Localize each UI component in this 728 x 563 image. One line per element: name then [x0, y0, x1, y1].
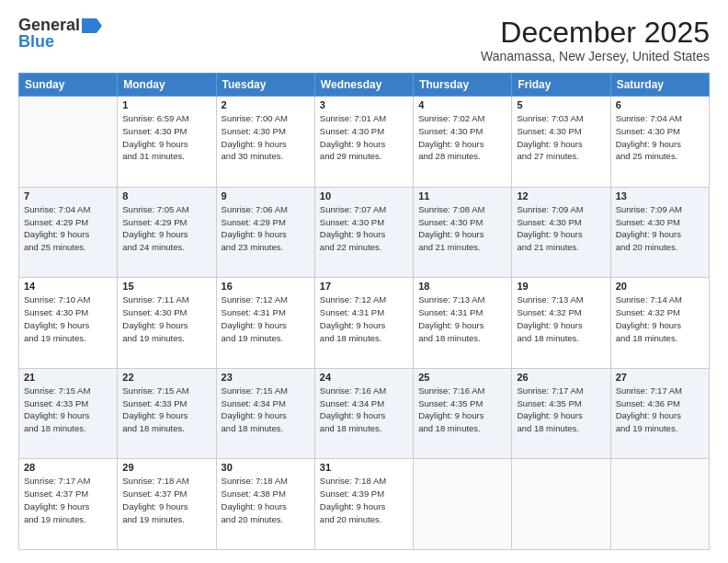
calendar-cell: 2Sunrise: 7:00 AMSunset: 4:30 PMDaylight… [216, 97, 314, 188]
day-number: 23 [222, 372, 310, 383]
day-number: 28 [24, 462, 112, 473]
calendar-cell: 26Sunrise: 7:17 AMSunset: 4:35 PMDayligh… [512, 368, 610, 459]
day-number: 26 [517, 372, 605, 383]
calendar-cell: 5Sunrise: 7:03 AMSunset: 4:30 PMDaylight… [512, 97, 610, 188]
day-number: 4 [418, 99, 506, 110]
day-number: 16 [222, 281, 310, 292]
day-info: Sunrise: 7:00 AMSunset: 4:30 PMDaylight:… [222, 112, 310, 163]
calendar-cell: 17Sunrise: 7:12 AMSunset: 4:31 PMDayligh… [314, 278, 413, 369]
logo-blue-text: Blue [18, 33, 54, 50]
calendar-cell: 30Sunrise: 7:18 AMSunset: 4:38 PMDayligh… [216, 459, 314, 550]
calendar-cell: 21Sunrise: 7:15 AMSunset: 4:33 PMDayligh… [19, 368, 118, 459]
calendar-cell: 24Sunrise: 7:16 AMSunset: 4:34 PMDayligh… [314, 368, 413, 459]
calendar-header-cell: Sunday [19, 74, 118, 97]
day-number: 11 [418, 190, 506, 201]
calendar-body: 1Sunrise: 6:59 AMSunset: 4:30 PMDaylight… [19, 97, 710, 550]
calendar-cell: 25Sunrise: 7:16 AMSunset: 4:35 PMDayligh… [414, 368, 512, 459]
calendar-cell: 19Sunrise: 7:13 AMSunset: 4:32 PMDayligh… [512, 278, 610, 369]
day-info: Sunrise: 7:08 AMSunset: 4:30 PMDaylight:… [418, 203, 506, 254]
day-number: 3 [320, 99, 408, 110]
calendar-cell: 27Sunrise: 7:17 AMSunset: 4:36 PMDayligh… [610, 368, 709, 459]
day-info: Sunrise: 7:09 AMSunset: 4:30 PMDaylight:… [517, 203, 605, 254]
day-number: 17 [320, 281, 408, 292]
day-number: 10 [320, 190, 408, 201]
day-info: Sunrise: 7:02 AMSunset: 4:30 PMDaylight:… [418, 112, 506, 163]
day-info: Sunrise: 7:18 AMSunset: 4:37 PMDaylight:… [122, 475, 210, 525]
calendar-cell: 6Sunrise: 7:04 AMSunset: 4:30 PMDaylight… [610, 97, 709, 188]
day-number: 24 [320, 372, 408, 383]
calendar-cell [512, 459, 610, 550]
day-number: 27 [616, 372, 704, 383]
day-info: Sunrise: 7:09 AMSunset: 4:30 PMDaylight:… [616, 203, 704, 254]
calendar-cell: 9Sunrise: 7:06 AMSunset: 4:29 PMDaylight… [216, 187, 314, 278]
calendar-cell: 15Sunrise: 7:11 AMSunset: 4:30 PMDayligh… [118, 278, 216, 369]
calendar-header-cell: Tuesday [216, 74, 314, 97]
day-number: 25 [418, 372, 506, 383]
calendar-cell: 4Sunrise: 7:02 AMSunset: 4:30 PMDaylight… [414, 97, 512, 188]
calendar-cell: 29Sunrise: 7:18 AMSunset: 4:37 PMDayligh… [118, 459, 216, 550]
day-number: 13 [616, 190, 704, 201]
location: Wanamassa, New Jersey, United States [481, 49, 710, 63]
calendar-week-row: 28Sunrise: 7:17 AMSunset: 4:37 PMDayligh… [19, 459, 710, 550]
calendar-week-row: 7Sunrise: 7:04 AMSunset: 4:29 PMDaylight… [19, 187, 710, 278]
day-number: 8 [122, 190, 210, 201]
day-info: Sunrise: 7:15 AMSunset: 4:33 PMDaylight:… [24, 385, 112, 435]
day-info: Sunrise: 7:06 AMSunset: 4:29 PMDaylight:… [222, 203, 310, 254]
day-info: Sunrise: 7:17 AMSunset: 4:36 PMDaylight:… [616, 385, 704, 435]
day-info: Sunrise: 7:15 AMSunset: 4:33 PMDaylight:… [122, 385, 210, 435]
day-number: 7 [24, 190, 112, 201]
day-number: 20 [616, 281, 704, 292]
calendar-cell: 20Sunrise: 7:14 AMSunset: 4:32 PMDayligh… [610, 278, 709, 369]
header: General Blue December 2025 Wanamassa, Ne… [18, 17, 710, 63]
day-number: 15 [122, 281, 210, 292]
calendar-header-cell: Monday [118, 74, 216, 97]
calendar-week-row: 21Sunrise: 7:15 AMSunset: 4:33 PMDayligh… [19, 368, 710, 459]
day-info: Sunrise: 7:17 AMSunset: 4:37 PMDaylight:… [24, 475, 112, 525]
calendar-cell: 3Sunrise: 7:01 AMSunset: 4:30 PMDaylight… [314, 97, 413, 188]
calendar-cell: 31Sunrise: 7:18 AMSunset: 4:39 PMDayligh… [314, 459, 413, 550]
day-info: Sunrise: 7:04 AMSunset: 4:29 PMDaylight:… [24, 203, 112, 254]
calendar-cell: 23Sunrise: 7:15 AMSunset: 4:34 PMDayligh… [216, 368, 314, 459]
calendar-header-cell: Saturday [610, 74, 709, 97]
calendar-cell: 22Sunrise: 7:15 AMSunset: 4:33 PMDayligh… [118, 368, 216, 459]
day-info: Sunrise: 7:16 AMSunset: 4:35 PMDaylight:… [418, 385, 506, 435]
day-info: Sunrise: 7:13 AMSunset: 4:31 PMDaylight:… [418, 293, 506, 344]
day-number: 14 [24, 281, 112, 292]
day-number: 2 [222, 99, 310, 110]
day-info: Sunrise: 7:17 AMSunset: 4:35 PMDaylight:… [517, 385, 605, 435]
logo: General Blue [18, 17, 102, 50]
calendar-table: SundayMondayTuesdayWednesdayThursdayFrid… [18, 73, 710, 550]
day-number: 31 [320, 462, 408, 473]
day-number: 19 [517, 281, 605, 292]
calendar-week-row: 1Sunrise: 6:59 AMSunset: 4:30 PMDaylight… [19, 97, 710, 188]
day-info: Sunrise: 7:18 AMSunset: 4:39 PMDaylight:… [320, 475, 408, 525]
month-title: December 2025 [481, 17, 710, 49]
day-info: Sunrise: 7:01 AMSunset: 4:30 PMDaylight:… [320, 112, 408, 163]
calendar-cell: 11Sunrise: 7:08 AMSunset: 4:30 PMDayligh… [414, 187, 512, 278]
calendar-header-cell: Friday [512, 74, 610, 97]
page: General Blue December 2025 Wanamassa, Ne… [0, 0, 728, 563]
day-number: 5 [517, 99, 605, 110]
calendar-cell: 7Sunrise: 7:04 AMSunset: 4:29 PMDaylight… [19, 187, 118, 278]
day-info: Sunrise: 7:07 AMSunset: 4:30 PMDaylight:… [320, 203, 408, 254]
calendar-header-row: SundayMondayTuesdayWednesdayThursdayFrid… [19, 74, 710, 97]
day-info: Sunrise: 7:13 AMSunset: 4:32 PMDaylight:… [517, 293, 605, 344]
day-number: 22 [122, 372, 210, 383]
day-number: 29 [122, 462, 210, 473]
day-number: 12 [517, 190, 605, 201]
logo-general-text: General [18, 17, 80, 33]
calendar-cell: 14Sunrise: 7:10 AMSunset: 4:30 PMDayligh… [19, 278, 118, 369]
day-number: 21 [24, 372, 112, 383]
day-info: Sunrise: 7:04 AMSunset: 4:30 PMDaylight:… [616, 112, 704, 163]
calendar-header-cell: Thursday [414, 74, 512, 97]
day-number: 1 [122, 99, 210, 110]
day-info: Sunrise: 7:14 AMSunset: 4:32 PMDaylight:… [616, 293, 704, 344]
calendar-cell [610, 459, 709, 550]
title-block: December 2025 Wanamassa, New Jersey, Uni… [481, 17, 710, 63]
calendar-cell: 28Sunrise: 7:17 AMSunset: 4:37 PMDayligh… [19, 459, 118, 550]
calendar-week-row: 14Sunrise: 7:10 AMSunset: 4:30 PMDayligh… [19, 278, 710, 369]
day-number: 9 [222, 190, 310, 201]
calendar-cell: 1Sunrise: 6:59 AMSunset: 4:30 PMDaylight… [118, 97, 216, 188]
day-info: Sunrise: 7:11 AMSunset: 4:30 PMDaylight:… [122, 293, 210, 344]
day-info: Sunrise: 7:03 AMSunset: 4:30 PMDaylight:… [517, 112, 605, 163]
